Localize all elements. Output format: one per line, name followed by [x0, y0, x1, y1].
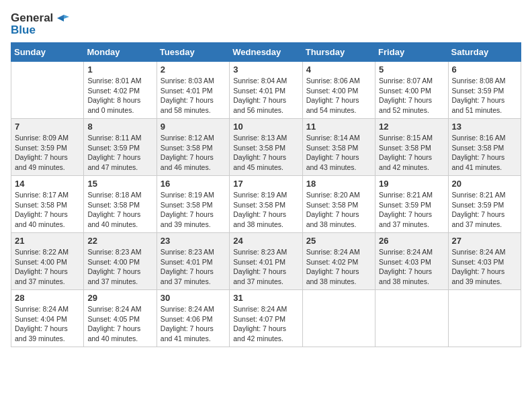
day-cell: 20Sunrise: 8:21 AM Sunset: 3:59 PM Dayli… [448, 176, 521, 233]
day-cell: 6Sunrise: 8:08 AM Sunset: 3:59 PM Daylig… [448, 62, 521, 119]
day-cell: 17Sunrise: 8:19 AM Sunset: 3:58 PM Dayli… [230, 176, 302, 233]
day-cell: 23Sunrise: 8:23 AM Sunset: 4:01 PM Dayli… [157, 233, 229, 290]
day-number: 24 [233, 236, 298, 246]
day-info: Sunrise: 8:22 AM Sunset: 4:00 PM Dayligh… [15, 247, 80, 287]
day-info: Sunrise: 8:03 AM Sunset: 4:01 PM Dayligh… [161, 76, 226, 116]
day-number: 15 [87, 179, 152, 189]
day-cell: 2Sunrise: 8:03 AM Sunset: 4:01 PM Daylig… [157, 62, 229, 119]
col-header-saturday: Saturday [448, 43, 521, 62]
day-cell: 14Sunrise: 8:17 AM Sunset: 3:58 PM Dayli… [11, 176, 84, 233]
day-cell: 26Sunrise: 8:24 AM Sunset: 4:03 PM Dayli… [375, 233, 448, 290]
day-number: 6 [452, 64, 517, 75]
day-number: 30 [161, 293, 226, 303]
day-info: Sunrise: 8:23 AM Sunset: 4:00 PM Dayligh… [87, 247, 152, 287]
day-number: 26 [379, 236, 444, 246]
col-header-wednesday: Wednesday [230, 43, 302, 62]
week-row-5: 28Sunrise: 8:24 AM Sunset: 4:04 PM Dayli… [11, 290, 521, 347]
day-cell: 15Sunrise: 8:18 AM Sunset: 3:58 PM Dayli… [84, 176, 157, 233]
day-info: Sunrise: 8:19 AM Sunset: 3:58 PM Dayligh… [161, 190, 226, 230]
day-info: Sunrise: 8:08 AM Sunset: 3:59 PM Dayligh… [452, 76, 517, 116]
day-info: Sunrise: 8:24 AM Sunset: 4:03 PM Dayligh… [452, 247, 517, 287]
day-cell: 24Sunrise: 8:23 AM Sunset: 4:01 PM Dayli… [230, 233, 302, 290]
svg-marker-2 [64, 15, 69, 19]
day-cell: 12Sunrise: 8:15 AM Sunset: 3:58 PM Dayli… [375, 119, 448, 176]
week-row-3: 14Sunrise: 8:17 AM Sunset: 3:58 PM Dayli… [11, 176, 521, 233]
week-row-1: 1Sunrise: 8:01 AM Sunset: 4:02 PM Daylig… [11, 62, 521, 119]
day-cell: 13Sunrise: 8:16 AM Sunset: 3:58 PM Dayli… [448, 119, 521, 176]
day-number: 19 [379, 179, 444, 189]
day-cell: 29Sunrise: 8:24 AM Sunset: 4:05 PM Dayli… [84, 290, 157, 347]
day-info: Sunrise: 8:16 AM Sunset: 3:58 PM Dayligh… [452, 133, 517, 173]
day-number: 7 [15, 122, 80, 132]
day-cell [302, 290, 375, 347]
day-info: Sunrise: 8:13 AM Sunset: 3:58 PM Dayligh… [233, 133, 298, 173]
day-info: Sunrise: 8:18 AM Sunset: 3:58 PM Dayligh… [87, 190, 152, 230]
day-number: 16 [161, 179, 226, 189]
day-info: Sunrise: 8:17 AM Sunset: 3:58 PM Dayligh… [15, 190, 80, 230]
day-cell: 5Sunrise: 8:07 AM Sunset: 4:00 PM Daylig… [375, 62, 448, 119]
day-number: 4 [306, 64, 371, 75]
col-header-friday: Friday [375, 43, 448, 62]
logo-general: General [11, 11, 53, 25]
svg-marker-1 [57, 18, 64, 21]
day-number: 9 [161, 122, 226, 132]
logo: General Blue [11, 11, 69, 37]
day-number: 20 [452, 179, 517, 189]
day-number: 12 [379, 122, 444, 132]
day-info: Sunrise: 8:24 AM Sunset: 4:05 PM Dayligh… [87, 304, 152, 344]
day-cell: 1Sunrise: 8:01 AM Sunset: 4:02 PM Daylig… [84, 62, 157, 119]
day-info: Sunrise: 8:24 AM Sunset: 4:07 PM Dayligh… [233, 304, 298, 344]
col-header-monday: Monday [84, 43, 157, 62]
calendar-table: SundayMondayTuesdayWednesdayThursdayFrid… [11, 42, 521, 347]
col-header-tuesday: Tuesday [157, 43, 229, 62]
day-info: Sunrise: 8:21 AM Sunset: 3:59 PM Dayligh… [379, 190, 444, 230]
day-cell: 3Sunrise: 8:04 AM Sunset: 4:01 PM Daylig… [230, 62, 302, 119]
day-cell [11, 62, 84, 119]
day-info: Sunrise: 8:20 AM Sunset: 3:58 PM Dayligh… [306, 190, 371, 230]
day-cell: 18Sunrise: 8:20 AM Sunset: 3:58 PM Dayli… [302, 176, 375, 233]
day-number: 31 [233, 293, 298, 303]
day-info: Sunrise: 8:24 AM Sunset: 4:02 PM Dayligh… [306, 247, 371, 287]
page-header: General Blue [11, 11, 521, 37]
day-info: Sunrise: 8:01 AM Sunset: 4:02 PM Dayligh… [87, 76, 152, 116]
day-info: Sunrise: 8:09 AM Sunset: 3:59 PM Dayligh… [15, 133, 80, 173]
day-number: 22 [87, 236, 152, 246]
day-number: 21 [15, 236, 80, 246]
day-number: 18 [306, 179, 371, 189]
day-number: 23 [161, 236, 226, 246]
day-number: 25 [306, 236, 371, 246]
day-cell: 30Sunrise: 8:24 AM Sunset: 4:06 PM Dayli… [157, 290, 229, 347]
day-number: 14 [15, 179, 80, 189]
day-number: 10 [233, 122, 298, 132]
day-cell: 19Sunrise: 8:21 AM Sunset: 3:59 PM Dayli… [375, 176, 448, 233]
day-info: Sunrise: 8:23 AM Sunset: 4:01 PM Dayligh… [233, 247, 298, 287]
day-info: Sunrise: 8:23 AM Sunset: 4:01 PM Dayligh… [161, 247, 226, 287]
day-info: Sunrise: 8:04 AM Sunset: 4:01 PM Dayligh… [233, 76, 298, 116]
day-number: 5 [379, 64, 444, 75]
day-cell: 10Sunrise: 8:13 AM Sunset: 3:58 PM Dayli… [230, 119, 302, 176]
day-info: Sunrise: 8:11 AM Sunset: 3:59 PM Dayligh… [87, 133, 152, 173]
day-cell: 9Sunrise: 8:12 AM Sunset: 3:58 PM Daylig… [157, 119, 229, 176]
day-cell: 7Sunrise: 8:09 AM Sunset: 3:59 PM Daylig… [11, 119, 84, 176]
day-cell: 21Sunrise: 8:22 AM Sunset: 4:00 PM Dayli… [11, 233, 84, 290]
day-cell: 25Sunrise: 8:24 AM Sunset: 4:02 PM Dayli… [302, 233, 375, 290]
logo-bird-icon [54, 11, 69, 26]
day-info: Sunrise: 8:24 AM Sunset: 4:04 PM Dayligh… [15, 304, 80, 344]
day-info: Sunrise: 8:12 AM Sunset: 3:58 PM Dayligh… [161, 133, 226, 173]
week-row-2: 7Sunrise: 8:09 AM Sunset: 3:59 PM Daylig… [11, 119, 521, 176]
day-cell: 22Sunrise: 8:23 AM Sunset: 4:00 PM Dayli… [84, 233, 157, 290]
logo-blue: Blue [11, 24, 36, 37]
day-number: 28 [15, 293, 80, 303]
day-number: 2 [161, 64, 226, 75]
day-info: Sunrise: 8:24 AM Sunset: 4:06 PM Dayligh… [161, 304, 226, 344]
day-number: 27 [452, 236, 517, 246]
day-number: 8 [87, 122, 152, 132]
col-header-thursday: Thursday [302, 43, 375, 62]
day-number: 29 [87, 293, 152, 303]
week-row-4: 21Sunrise: 8:22 AM Sunset: 4:00 PM Dayli… [11, 233, 521, 290]
svg-marker-0 [57, 15, 64, 18]
day-info: Sunrise: 8:07 AM Sunset: 4:00 PM Dayligh… [379, 76, 444, 116]
day-info: Sunrise: 8:06 AM Sunset: 4:00 PM Dayligh… [306, 76, 371, 116]
day-cell: 27Sunrise: 8:24 AM Sunset: 4:03 PM Dayli… [448, 233, 521, 290]
day-number: 3 [233, 64, 298, 75]
